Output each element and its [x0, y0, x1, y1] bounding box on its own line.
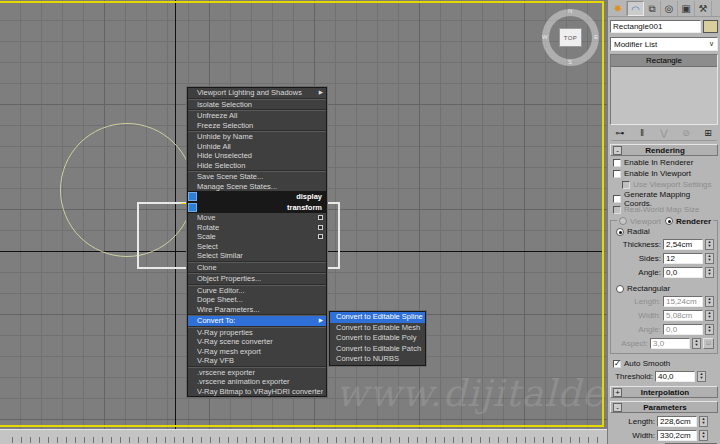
menu-item-curve-editor[interactable]: Curve Editor...: [188, 286, 326, 296]
configure-modifier-sets-icon[interactable]: ⊞: [699, 128, 717, 138]
menu-item-isolate-selection[interactable]: Isolate Selection: [188, 100, 326, 110]
menu-item-clone[interactable]: Clone: [188, 263, 326, 273]
viewcube-compass[interactable]: TOP N E S W: [542, 9, 599, 66]
menu-item-v-ray-scene-converter[interactable]: V-Ray scene converter: [188, 337, 326, 347]
pin-stack-icon[interactable]: ⊶: [611, 128, 629, 138]
menu-item-hide-selection[interactable]: Hide Selection: [188, 161, 326, 171]
menu-item-v-ray-mesh-export[interactable]: V-Ray mesh export: [188, 347, 326, 357]
menu-header-display[interactable]: display: [188, 191, 326, 202]
angle-input[interactable]: 0,0: [663, 267, 703, 278]
menu-item-unhide-all[interactable]: Unhide All: [188, 142, 326, 152]
object-name-field[interactable]: Rectangle001: [610, 20, 701, 33]
parameters-rollout-header[interactable]: - Parameters: [610, 401, 718, 413]
spinner-arrows[interactable]: ▲▼: [705, 253, 714, 264]
spinner-arrows[interactable]: ▲▼: [705, 239, 714, 250]
spinner-arrows[interactable]: ▲▼: [705, 267, 714, 278]
menu-item-convert-to[interactable]: Convert To:▶: [188, 316, 326, 326]
menu-item-v-ray-bitmap-to-vrayhdri-converter[interactable]: V-Ray Bitmap to VRayHDRI converter: [188, 387, 326, 397]
stack-item-rectangle[interactable]: Rectangle: [611, 55, 717, 67]
submenu-arrow-icon: ▶: [319, 316, 323, 326]
radio-icon: [619, 217, 627, 225]
menu-item-label: Freeze Selection: [197, 121, 253, 130]
menu-item-freeze-selection[interactable]: Freeze Selection: [188, 121, 326, 131]
radio-icon[interactable]: [616, 285, 624, 293]
aspect-input: 3,0: [650, 338, 690, 349]
radial-radio-row[interactable]: Radial: [611, 226, 717, 237]
menu-item-move[interactable]: Move: [188, 213, 326, 223]
use-viewport-settings-row: Use Viewport Settings: [608, 179, 720, 190]
menu-item-convert-to-editable-poly[interactable]: Convert to Editable Poly: [330, 333, 425, 344]
settings-box-icon[interactable]: [318, 225, 323, 230]
menu-item-scale[interactable]: Scale: [188, 232, 326, 242]
menu-item-hide-unselected[interactable]: Hide Unselected: [188, 151, 326, 161]
auto-smooth-row[interactable]: Auto Smooth: [608, 358, 720, 369]
radio-icon[interactable]: [665, 217, 673, 225]
menu-item-select[interactable]: Select: [188, 242, 326, 252]
menu-item-vrscene-exporter[interactable]: .vrscene exporter: [188, 368, 326, 378]
menu-item-vrscene-animation-exporter[interactable]: .vrscene animation exporter: [188, 377, 326, 387]
display-tab[interactable]: ▣: [678, 1, 695, 16]
aspect-lock-button[interactable]: ⊡: [703, 338, 714, 349]
param-width-input[interactable]: 330,2cm: [657, 430, 697, 441]
generate-mapping-row[interactable]: Generate Mapping Coords.: [608, 193, 720, 204]
menu-item-wire-parameters[interactable]: Wire Parameters...: [188, 305, 326, 315]
checkbox-icon[interactable]: [613, 159, 621, 167]
menu-item-save-scene-state[interactable]: Save Scene State...: [188, 172, 326, 182]
track-bar[interactable]: [0, 429, 607, 444]
thickness-input[interactable]: 2,54cm: [663, 239, 703, 250]
spinner-arrows[interactable]: ▲▼: [697, 371, 706, 382]
utilities-icon: ⚒: [699, 3, 708, 14]
spinner-arrows: ▲▼: [705, 310, 714, 321]
menu-item-select-similar[interactable]: Select Similar: [188, 251, 326, 261]
viewcube-top-face[interactable]: TOP: [559, 28, 582, 47]
create-tab[interactable]: ✸: [610, 1, 627, 16]
menu-item-convert-to-editable-spline[interactable]: Convert to Editable Spline: [330, 312, 425, 323]
show-end-result-icon[interactable]: ‖: [633, 128, 651, 138]
enable-in-viewport-row[interactable]: Enable In Viewport: [608, 168, 720, 179]
menu-item-unhide-by-name[interactable]: Unhide by Name: [188, 132, 326, 142]
menu-item-convert-to-editable-patch[interactable]: Convert to Editable Patch: [330, 344, 425, 355]
spinner-arrows[interactable]: ▲▼: [699, 416, 708, 427]
menu-item-v-ray-vfb[interactable]: V-Ray VFB: [188, 356, 326, 366]
rendering-rollout-header[interactable]: - Rendering: [610, 144, 718, 156]
settings-box-icon[interactable]: [318, 234, 323, 239]
checkbox-icon[interactable]: [613, 195, 621, 203]
rectangular-radio-row[interactable]: Rectangular: [611, 283, 717, 294]
modifier-list-dropdown[interactable]: Modifier List ∨: [610, 37, 718, 51]
param-length-input[interactable]: 228,6cm: [657, 416, 697, 427]
rect-length-input: 15,24cm: [663, 296, 703, 307]
menu-item-convert-to-nurbs[interactable]: Convert to NURBS: [330, 354, 425, 365]
radio-icon[interactable]: [616, 228, 624, 236]
modify-tab[interactable]: ◠: [627, 1, 644, 16]
motion-tab[interactable]: ◎: [661, 1, 678, 16]
menu-item-unfreeze-all[interactable]: Unfreeze All: [188, 111, 326, 121]
checkbox-icon[interactable]: [613, 170, 621, 178]
menu-item-label: Clone: [197, 263, 217, 272]
object-color-swatch[interactable]: [703, 20, 718, 33]
sides-row: Sides: 12 ▲▼: [611, 251, 717, 265]
menu-item-viewport-lighting-and-shadows[interactable]: Viewport Lighting and Shadows▶: [188, 88, 326, 98]
modifier-stack-list[interactable]: Rectangle: [610, 54, 718, 125]
menu-item-object-properties[interactable]: Object Properties...: [188, 274, 326, 284]
sides-input[interactable]: 12: [663, 253, 703, 264]
menu-item-v-ray-properties[interactable]: V-Ray properties: [188, 328, 326, 338]
renderer-radio-row[interactable]: Renderer: [663, 216, 713, 226]
menu-item-rotate[interactable]: Rotate: [188, 223, 326, 233]
enable-in-renderer-row[interactable]: Enable In Renderer: [608, 157, 720, 168]
create-icon: ✸: [614, 3, 622, 14]
menu-item-manage-scene-states[interactable]: Manage Scene States...: [188, 182, 326, 192]
hierarchy-tab[interactable]: ⧉: [644, 1, 661, 16]
settings-box-icon[interactable]: [318, 215, 323, 220]
collapse-icon[interactable]: -: [613, 146, 622, 155]
menu-item-dope-sheet[interactable]: Dope Sheet...: [188, 295, 326, 305]
interpolation-rollout-header[interactable]: + Interpolation: [610, 386, 718, 398]
menu-item-convert-to-editable-mesh[interactable]: Convert to Editable Mesh: [330, 323, 425, 334]
rect-length-row: Length: 15,24cm ▲▼: [611, 294, 717, 308]
utilities-tab[interactable]: ⚒: [695, 1, 712, 16]
menu-header-transform[interactable]: transform: [188, 202, 326, 213]
spinner-arrows[interactable]: ▲▼: [699, 430, 708, 441]
expand-icon[interactable]: +: [613, 388, 622, 397]
collapse-icon[interactable]: -: [613, 403, 622, 412]
threshold-input[interactable]: 40,0: [655, 371, 695, 382]
checkbox-icon[interactable]: [613, 360, 621, 368]
